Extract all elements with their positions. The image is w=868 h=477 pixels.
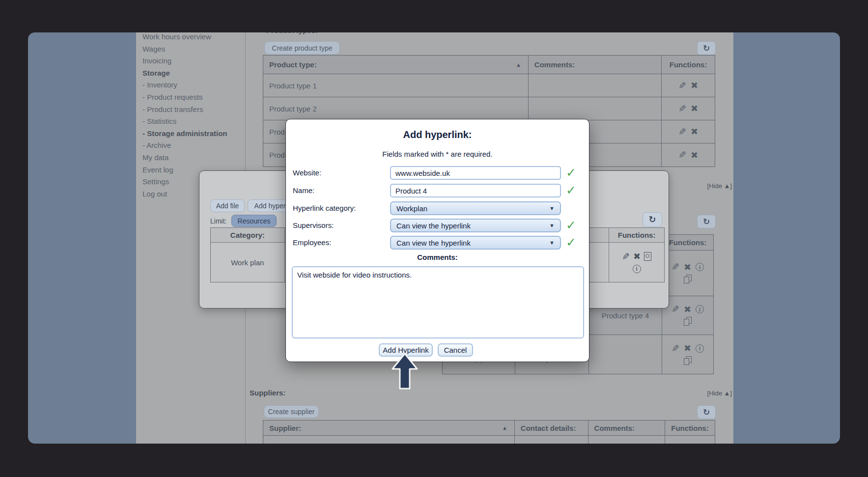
employees-label: Employees: (293, 236, 389, 250)
sort-asc-icon: ▲ (502, 425, 507, 431)
column-header-functions: Functions: (609, 228, 664, 243)
functions-cell: ✎✖i (662, 250, 714, 296)
copy-icon[interactable] (684, 317, 692, 326)
chevron-down-icon: ▼ (549, 205, 555, 211)
sidebar-item-storage[interactable]: Storage (142, 67, 243, 80)
sidebar-item-product-requests[interactable]: - Product requests (142, 91, 243, 104)
functions-cell: ✎✖ (662, 97, 715, 120)
chevron-down-icon: ▼ (549, 223, 555, 228)
refresh-icon[interactable]: ↻ (697, 41, 716, 55)
delete-icon[interactable]: ✖ (684, 263, 691, 272)
hide-section-link[interactable]: [Hide ▲] (702, 182, 732, 190)
contact-cell (515, 436, 588, 444)
required-fields-note: Fields marked with * are required. (286, 150, 589, 158)
edit-icon[interactable]: ✎ (678, 127, 686, 137)
delete-icon[interactable]: ✖ (691, 104, 698, 113)
functions-cell: ✎✖ (662, 143, 715, 167)
product-type-cell (588, 335, 662, 374)
sidebar-item-inventory[interactable]: - Inventory (142, 79, 243, 91)
refresh-icon[interactable]: ↻ (697, 405, 716, 419)
column-header-contact-details[interactable]: Contact details: (515, 421, 588, 436)
edit-icon[interactable]: ✎ (672, 344, 679, 353)
functions-cell: ✎✖i (662, 296, 714, 335)
column-header-comments[interactable]: Comments: (529, 56, 662, 74)
product-type-cell: Product type 2 (263, 97, 529, 120)
copy-icon[interactable] (684, 275, 692, 284)
hyperlink-category-select[interactable]: Workplan ▼ (390, 201, 561, 215)
refresh-icon[interactable]: ↻ (643, 212, 662, 227)
employees-select[interactable]: Can view the hyperlink ▼ (390, 236, 561, 250)
supervisors-label: Supervisors: (293, 219, 389, 232)
edit-icon[interactable]: ✎ (678, 104, 686, 113)
product-types-heading-partial: Product types: (266, 32, 318, 34)
column-header-label: Supplier: (269, 424, 301, 432)
chevron-down-icon: ▼ (549, 240, 555, 246)
sidebar-item-statistics[interactable]: - Statistics (142, 115, 243, 128)
preview-icon[interactable] (644, 252, 651, 261)
info-icon[interactable]: i (696, 305, 704, 313)
sidebar-item-archive[interactable]: - Archive (142, 140, 243, 152)
column-header-supplier[interactable]: Supplier: ▲ (263, 421, 515, 436)
sidebar-item-product-transfers[interactable]: - Product transfers (142, 104, 243, 116)
limit-resources-toggle[interactable]: Resources (231, 215, 277, 227)
valid-check-icon: ✓ (566, 166, 576, 179)
sidebar-item-work-hours-overview[interactable]: Work hours overview (142, 32, 243, 43)
dialog-title: Add hyperlink: (286, 129, 589, 140)
website-input[interactable] (390, 166, 561, 180)
suppliers-table: Supplier: ▲ Contact details: Comments: F… (263, 420, 715, 444)
functions-cell: ✎✖ (662, 120, 715, 143)
delete-icon[interactable]: ✖ (684, 305, 691, 314)
selected-option: Can view the hyperlink (396, 239, 471, 247)
cancel-button[interactable]: Cancel (438, 343, 473, 357)
valid-check-icon: ✓ (566, 183, 576, 197)
create-supplier-button[interactable]: Create supplier (264, 405, 319, 418)
cursor-arrow-icon (391, 352, 419, 391)
column-header-functions: Functions: (665, 421, 715, 436)
column-header-functions: Functions: (662, 56, 715, 74)
edit-icon[interactable]: ✎ (672, 262, 679, 272)
screenshot-canvas: Work hours overview Wages Invoicing Stor… (0, 0, 868, 477)
refresh-icon[interactable]: ↻ (697, 215, 716, 228)
website-label: Website: (293, 166, 389, 180)
column-header-category: Category: (211, 228, 285, 243)
info-icon[interactable]: i (696, 263, 704, 271)
delete-icon[interactable]: ✖ (691, 127, 698, 136)
name-input[interactable] (390, 184, 561, 197)
info-icon[interactable]: i (696, 344, 704, 353)
delete-icon[interactable]: ✖ (691, 151, 698, 160)
column-header-functions: Functions: (662, 234, 714, 251)
selected-option: Can view the hyperlink (396, 222, 471, 230)
supervisors-select[interactable]: Can view the hyperlink ▼ (390, 219, 561, 232)
edit-icon[interactable]: ✎ (622, 252, 630, 261)
sidebar-item-storage-administration[interactable]: - Storage administration (142, 128, 243, 140)
delete-icon[interactable]: ✖ (633, 252, 641, 261)
product-type-cell: Product type 1 (263, 74, 529, 97)
table-row: Product type 1 ✎✖ (263, 74, 715, 97)
hide-section-link[interactable]: [Hide ▲] (702, 390, 732, 397)
add-file-button[interactable]: Add file (210, 199, 245, 212)
column-header-product-type[interactable]: Product type: ▲ (263, 56, 529, 74)
limit-label: Limit: (210, 217, 226, 225)
sidebar-item-wages[interactable]: Wages (142, 43, 243, 56)
functions-cell: ✎✖ i (609, 243, 664, 282)
functions-cell: ✎✖ (662, 74, 715, 97)
sidebar-item-my-data[interactable]: My data (142, 152, 243, 164)
app-window: Work hours overview Wages Invoicing Stor… (28, 32, 840, 444)
info-icon[interactable]: i (633, 265, 641, 273)
delete-icon[interactable]: ✖ (684, 344, 691, 353)
sidebar-item-invoicing[interactable]: Invoicing (142, 55, 243, 67)
table-row: Product type 2 ✎✖ (263, 97, 715, 120)
comments-label: Comments: (286, 253, 589, 261)
hyperlink-category-label: Hyperlink category: (293, 201, 389, 215)
name-label: Name: (293, 184, 389, 197)
create-product-type-button[interactable]: Create product type (264, 41, 340, 55)
copy-icon[interactable] (684, 356, 692, 365)
column-header-comments[interactable]: Comments: (588, 421, 666, 436)
edit-icon[interactable]: ✎ (678, 150, 686, 160)
delete-icon[interactable]: ✖ (691, 81, 698, 90)
comments-textarea[interactable]: Visit webside for video instructions. (292, 266, 584, 338)
edit-icon[interactable]: ✎ (672, 305, 679, 314)
edit-icon[interactable]: ✎ (678, 81, 686, 90)
valid-check-icon: ✓ (566, 218, 576, 232)
selected-option: Workplan (396, 204, 427, 213)
